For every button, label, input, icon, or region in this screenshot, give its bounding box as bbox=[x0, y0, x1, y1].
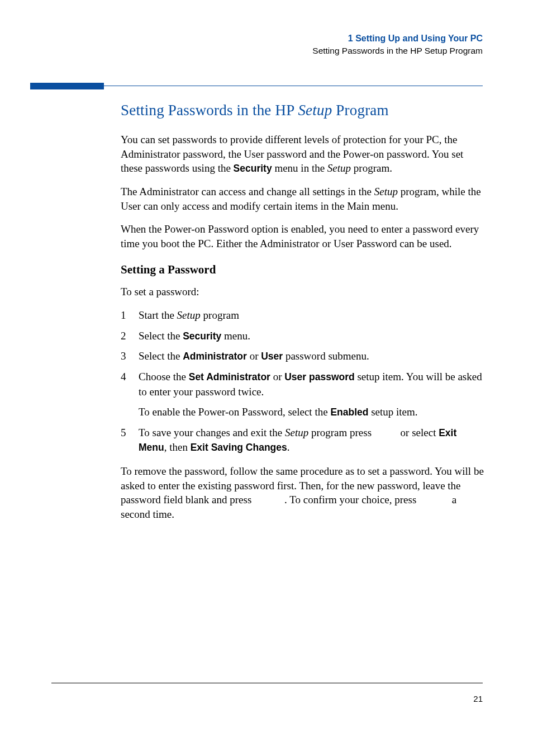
s4-text: Choose the bbox=[139, 371, 189, 382]
s4-sub-text2: setup item. bbox=[368, 406, 417, 418]
s1-italic: Setup bbox=[177, 309, 201, 321]
s4-sub-text: To enable the Power-on Password, select … bbox=[139, 406, 330, 418]
p1-text2: menu in the bbox=[272, 162, 327, 174]
list-item: 5 To save your changes and exit the Setu… bbox=[121, 426, 484, 455]
s5-text3: or select bbox=[398, 427, 439, 438]
s3-bold2: User bbox=[261, 351, 283, 362]
s5-italic: Setup bbox=[285, 427, 308, 438]
list-number: 2 bbox=[121, 329, 139, 344]
page: 1 Setting Up and Using Your PC Setting P… bbox=[0, 0, 533, 756]
paragraph-2: The Administrator can access and change … bbox=[121, 185, 484, 213]
list-number: 4 bbox=[121, 370, 139, 420]
list-item: 4 Choose the Set Administrator or User p… bbox=[121, 370, 484, 420]
paragraph-3: When the Power-on Password option is ena… bbox=[121, 222, 484, 251]
s4-bold: Set Administrator bbox=[189, 371, 270, 382]
ordered-list: 1 Start the Setup program 2 Select the S… bbox=[121, 308, 484, 455]
list-body: To save your changes and exit the Setup … bbox=[139, 426, 484, 455]
s1-text: Start the bbox=[139, 309, 177, 321]
section-tab-bar bbox=[30, 83, 104, 89]
s2-text: Select the bbox=[139, 330, 183, 342]
footer-rule bbox=[51, 683, 483, 683]
s2-text2: menu. bbox=[221, 330, 250, 342]
list-body: Select the Administrator or User passwor… bbox=[139, 349, 484, 364]
list-item: 2 Select the Security menu. bbox=[121, 329, 484, 344]
p2-text: The Administrator can access and change … bbox=[121, 186, 374, 197]
s5-text2: program press bbox=[308, 427, 374, 438]
list-item: 3 Select the Administrator or User passw… bbox=[121, 349, 484, 364]
p1-italic: Setup bbox=[327, 162, 351, 174]
main-heading: Setting Passwords in the HP Setup Progra… bbox=[121, 102, 484, 119]
paragraph-final: To remove the password, follow the same … bbox=[121, 464, 484, 522]
s4-bold2: User password bbox=[284, 371, 354, 382]
content-area: Setting Passwords in the HP Setup Progra… bbox=[121, 102, 484, 530]
list-number: 3 bbox=[121, 349, 139, 364]
list-item: 1 Start the Setup program bbox=[121, 308, 484, 323]
list-intro: To set a password: bbox=[121, 285, 484, 299]
p1-text3: program. bbox=[351, 162, 392, 174]
list-body: Select the Security menu. bbox=[139, 329, 484, 344]
s5-text4: , then bbox=[164, 441, 191, 453]
s4-sub-bold: Enabled bbox=[330, 407, 368, 418]
p2-italic: Setup bbox=[374, 186, 398, 197]
s5-bold2: Exit Saving Changes bbox=[191, 442, 287, 453]
p1-bold: Security bbox=[234, 163, 272, 174]
s1-text2: program bbox=[201, 309, 239, 321]
heading-text-italic: Setup bbox=[298, 102, 332, 119]
s3-text2: or bbox=[247, 350, 261, 362]
header-subtitle: Setting Passwords in the HP Setup Progra… bbox=[312, 45, 483, 57]
header-rule bbox=[104, 86, 483, 86]
list-number: 1 bbox=[121, 308, 139, 323]
heading-text-pre: Setting Passwords in the HP bbox=[121, 102, 298, 119]
header-chapter: 1 Setting Up and Using Your PC bbox=[312, 32, 483, 45]
s3-text3: password submenu. bbox=[283, 350, 369, 362]
s5-text: To save your changes and exit the bbox=[139, 427, 285, 438]
list-sub-paragraph: To enable the Power-on Password, select … bbox=[139, 405, 484, 420]
list-body: Start the Setup program bbox=[139, 308, 484, 323]
list-number: 5 bbox=[121, 426, 139, 455]
heading-text-post: Program bbox=[332, 102, 388, 119]
s2-bold: Security bbox=[183, 330, 221, 342]
s5-text5: . bbox=[287, 441, 290, 453]
running-header: 1 Setting Up and Using Your PC Setting P… bbox=[312, 32, 483, 57]
list-body: Choose the Set Administrator or User pas… bbox=[139, 370, 484, 420]
page-number: 21 bbox=[473, 694, 483, 703]
s3-bold: Administrator bbox=[183, 351, 247, 362]
s4-text2: or bbox=[270, 371, 284, 382]
paragraph-1: You can set passwords to provide differe… bbox=[121, 133, 484, 176]
pf-text2: . To confirm your choice, press bbox=[284, 494, 419, 505]
sub-heading: Setting a Password bbox=[121, 263, 484, 277]
s3-text: Select the bbox=[139, 350, 183, 362]
